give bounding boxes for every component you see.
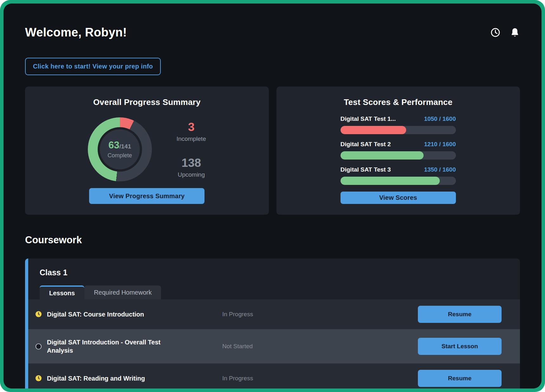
donut-total-count: /141 [120,143,131,150]
coursework-heading: Coursework [25,234,520,246]
progress-card-title: Overall Progress Summary [38,97,256,107]
incomplete-label: Incomplete [177,135,206,142]
page-header: Welcome, Robyn! [25,26,520,39]
lesson-row: Digital SAT: Course Introduction In Prog… [28,299,520,329]
test-scores-card: Test Scores & Performance Digital SAT Te… [276,87,520,215]
test-name: Digital SAT Test 2 [341,141,391,148]
in-progress-clock-icon [35,375,42,382]
test-score-row: Digital SAT Test 1... 1050 / 1600 [341,115,456,134]
upcoming-stat: 138 Upcoming [177,156,206,178]
overall-progress-card: Overall Progress Summary 63/141 Complete [25,87,269,215]
score-bar-track [341,177,456,185]
bell-icon[interactable] [510,28,520,38]
test-score: 1050 / 1600 [424,115,456,122]
progress-card-body: 63/141 Complete 3 Incomplete [38,110,256,188]
class-card-header: Class 1 [28,258,520,285]
not-started-circle-icon [35,343,42,350]
test-score: 1350 / 1600 [424,166,456,173]
prep-info-link[interactable]: Click here to start! View your prep info [25,58,161,75]
score-bar-track [341,126,456,134]
progress-stats: 3 Incomplete 138 Upcoming [177,121,206,178]
scores-card-title: Test Scores & Performance [289,97,508,107]
test-name: Digital SAT Test 3 [341,166,391,173]
class-tabs: Lessons Required Homework [40,285,520,299]
in-progress-clock-icon [35,311,42,317]
tab-lessons[interactable]: Lessons [40,285,84,299]
dashboard-page: Welcome, Robyn! [3,3,542,389]
class-card: Class 1 Lessons Required Homework [25,258,520,389]
class-card-accent-bar [25,258,28,389]
lesson-status: In Progress [213,375,308,382]
lesson-row: Digital SAT Introduction - Overall Test … [28,329,520,363]
clock-icon[interactable] [490,28,500,38]
resume-button[interactable]: Resume [418,370,502,387]
donut-center-label: Complete [107,152,132,159]
scores-card-body: Digital SAT Test 1... 1050 / 1600 Digita… [341,115,456,192]
lesson-status: Not Started [213,343,308,350]
progress-donut-chart: 63/141 Complete [88,117,152,181]
start-lesson-button[interactable]: Start Lesson [418,338,502,355]
upcoming-count: 138 [177,156,206,170]
app-frame: Welcome, Robyn! [0,0,545,392]
class-title: Class 1 [40,268,509,277]
donut-complete-count: 63 [108,140,119,151]
resume-button[interactable]: Resume [418,306,502,323]
lesson-status: In Progress [213,311,308,318]
header-icons [490,28,520,38]
score-bar-fill [341,151,424,160]
lesson-title: Digital SAT Introduction - Overall Test … [47,338,174,355]
lesson-title: Digital SAT: Reading and Writing [47,374,145,382]
view-progress-summary-button[interactable]: View Progress Summary [89,188,204,204]
summary-cards: Overall Progress Summary 63/141 Complete [25,87,520,215]
test-score-row: Digital SAT Test 2 1210 / 1600 [341,141,456,160]
lesson-list: Digital SAT: Course Introduction In Prog… [28,299,520,389]
page-title: Welcome, Robyn! [25,26,127,39]
test-name: Digital SAT Test 1... [341,115,396,122]
lesson-row: Digital SAT: Reading and Writing In Prog… [28,363,520,389]
score-bar-fill [341,126,406,134]
upcoming-label: Upcoming [177,171,206,178]
donut-center: 63/141 Complete [100,129,140,169]
lesson-title: Digital SAT: Course Introduction [47,310,144,318]
view-scores-button[interactable]: View Scores [341,192,456,204]
test-score: 1210 / 1600 [424,141,456,148]
score-bar-fill [341,177,440,185]
donut-gap-ring: 63/141 Complete [98,127,142,172]
incomplete-stat: 3 Incomplete [177,121,206,142]
tab-required-homework[interactable]: Required Homework [84,285,161,299]
score-bar-track [341,151,456,160]
incomplete-count: 3 [177,121,206,134]
test-score-row: Digital SAT Test 3 1350 / 1600 [341,166,456,185]
